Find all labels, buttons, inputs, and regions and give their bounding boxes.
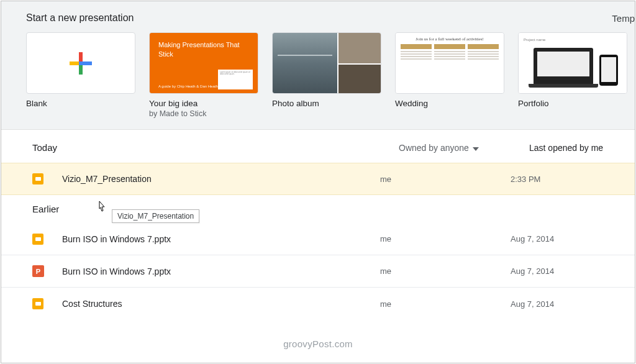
slides-file-icon (32, 298, 43, 309)
file-name: Vizio_M7_Presentation (62, 174, 380, 184)
section-label-earlier: Earlier (1, 195, 635, 223)
template-label: Photo album (272, 99, 381, 108)
photo-placeholder (273, 33, 337, 94)
file-row[interactable]: P Burn ISO in Windows 7.pptx me Aug 7, 2… (1, 255, 635, 288)
template-wedding[interactable]: Join us for a full weekend of activities… (395, 32, 504, 118)
template-gallery-more-link[interactable]: Temp (612, 13, 635, 24)
list-header: Today Owned by anyone Last opened by me (1, 130, 635, 163)
file-date: Aug 7, 2014 (511, 299, 610, 309)
watermark-text: groovyPost.com (1, 339, 635, 349)
file-row[interactable]: Vizio_M7_Presentation me 2:33 PM (1, 163, 635, 195)
template-subtitle: by Made to Stick (149, 109, 258, 118)
laptop-graphic (534, 48, 593, 85)
bigidea-note: Lorem ipsum sit dolor amet ipsum sit dol… (218, 70, 253, 89)
wedding-slide-title: Join us for a full weekend of activities… (416, 37, 483, 42)
portfolio-slide-title: Project name (524, 38, 622, 42)
file-name: Cost Structures (62, 299, 380, 309)
template-portfolio-thumb[interactable]: Project name (518, 32, 627, 94)
svg-rect-0 (79, 52, 83, 61)
template-big-idea[interactable]: Making Presentations That Stick A guide … (149, 32, 258, 118)
file-name: Burn ISO in Windows 7.pptx (62, 234, 380, 244)
file-owner: me (380, 175, 511, 184)
template-wedding-thumb[interactable]: Join us for a full weekend of activities… (395, 32, 504, 94)
template-blank-thumb[interactable] (26, 32, 135, 94)
svg-rect-2 (79, 65, 83, 75)
template-label: Wedding (395, 99, 504, 108)
photo-placeholder (338, 33, 381, 63)
photo-placeholder (338, 65, 381, 94)
file-date: Aug 7, 2014 (511, 266, 610, 276)
slides-file-icon (32, 173, 43, 184)
owner-filter-label: Owned by anyone (399, 143, 469, 153)
file-date: Aug 7, 2014 (511, 234, 610, 243)
sort-column-header[interactable]: Last opened by me (529, 143, 603, 153)
file-date: 2:33 PM (511, 175, 610, 184)
gallery-title: Start a new presentation (26, 12, 134, 24)
template-gallery: Start a new presentation Temp (1, 1, 635, 130)
template-big-idea-thumb[interactable]: Making Presentations That Stick A guide … (149, 32, 258, 94)
file-row[interactable]: Burn ISO in Windows 7.pptx me Aug 7, 201… (1, 223, 635, 255)
template-photo-album-thumb[interactable] (272, 32, 381, 94)
bigidea-slide-sub: A guide by Chip Heath & Dan Heath (158, 84, 218, 88)
file-name: Burn ISO in Windows 7.pptx (62, 266, 380, 276)
template-blank[interactable]: Blank (26, 32, 135, 118)
template-photo-album[interactable]: Photo album (272, 32, 381, 118)
chevron-down-icon (473, 143, 479, 153)
plus-icon (68, 51, 93, 76)
file-owner: me (380, 266, 511, 276)
template-label: Your big idea (149, 99, 258, 108)
svg-rect-1 (83, 61, 92, 65)
owner-filter-dropdown[interactable]: Owned by anyone (399, 143, 529, 153)
powerpoint-file-icon: P (32, 265, 44, 277)
file-owner: me (380, 299, 511, 309)
svg-rect-3 (70, 61, 79, 65)
bigidea-slide-title: Making Presentations That Stick (158, 40, 249, 59)
slides-file-icon (32, 234, 43, 245)
template-label: Portfolio (518, 99, 627, 108)
template-portfolio[interactable]: Project name Portfolio (518, 32, 627, 118)
phone-graphic (599, 55, 618, 86)
svg-rect-4 (79, 61, 83, 65)
hover-tooltip: Vizio_M7_Presentation (112, 209, 199, 223)
file-owner: me (380, 234, 511, 243)
template-label: Blank (26, 99, 135, 108)
section-label-today: Today (32, 142, 399, 153)
file-row[interactable]: Cost Structures me Aug 7, 2014 (1, 288, 635, 320)
